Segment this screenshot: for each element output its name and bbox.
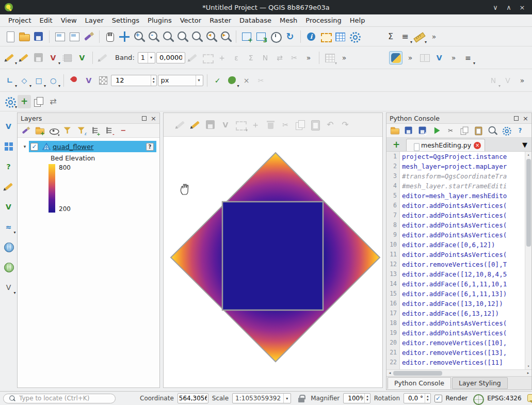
symbol-transparency-icon[interactable] [96,74,110,87]
zoom-in-icon[interactable]: + [132,30,146,43]
maximize-window-button[interactable]: ∧ [502,4,515,11]
code-editor[interactable]: 1project=QgsProject.instance2mesh_layer=… [386,152,531,369]
digitize-circle-icon[interactable]: ○▾ [46,74,60,87]
green-globe-icon[interactable] [2,261,15,274]
redo-icon[interactable]: ↷ [338,118,352,132]
lock-scale-icon[interactable] [295,392,307,404]
menu-project[interactable]: Project [4,15,35,26]
zoom-last-icon[interactable]: ◂ [204,30,218,43]
menu-help[interactable]: Help [346,15,369,26]
zoom-out-icon[interactable]: - [147,30,160,43]
menu-processing[interactable]: Processing [301,15,345,26]
options-icon[interactable] [501,125,511,136]
refresh-map-icon[interactable]: ↻ [283,30,297,43]
temporal-controller-icon[interactable] [269,30,282,43]
mesh-select-icon[interactable] [201,51,214,64]
mesh-split-icon[interactable]: ✂ [287,51,301,64]
coordinate-input[interactable] [178,393,208,403]
layer-checkbox[interactable]: ✓ [30,143,38,151]
current-edits-icon[interactable]: ▾ [3,51,17,64]
menu-vector[interactable]: Vector [176,15,205,26]
rotation-input[interactable] [407,394,425,402]
scroll-right-icon[interactable]: ▸ [525,371,531,375]
toolbar-extension-icon[interactable]: » [427,30,441,43]
float-panel-button[interactable] [514,116,519,121]
remove-layer-icon[interactable]: − [118,125,128,136]
zoom-full-extent-icon[interactable] [161,30,174,43]
add-group-icon[interactable]: + [34,125,45,136]
cut-icon[interactable]: ✂ [445,125,456,136]
label-check-icon[interactable]: ✓ [211,74,224,87]
zoom-to-selection-icon[interactable] [175,30,189,43]
map-canvas[interactable] [164,137,382,387]
find-text-icon[interactable] [487,125,497,136]
mesh-vertex-tool-icon[interactable]: V [219,118,232,132]
annotation-vertex-icon[interactable]: V [82,74,95,87]
collapse-all-icon[interactable]: - [104,125,115,136]
measure-icon[interactable]: ▾ [413,30,426,43]
cad-tools-icon[interactable] [61,51,74,64]
vertex-editor-icon[interactable]: V [432,51,446,64]
statistics-summary-icon[interactable]: Σ [384,30,397,43]
annotation-marker-icon[interactable] [68,74,81,87]
digitize-rectangle-icon[interactable]: □▾ [32,74,45,87]
filter-expression-icon[interactable]: ε [76,125,87,136]
digitize-slope-icon[interactable] [96,51,110,64]
copy-mesh-icon[interactable] [294,118,307,132]
sync-arrows-icon[interactable]: ⇄ [46,95,60,108]
processing-toolbox-icon[interactable] [348,30,361,43]
cut-label-icon[interactable]: ✂ [254,74,268,87]
editor-tab[interactable]: meshEditing.py × [406,139,485,151]
add-feature-icon[interactable]: V [75,51,89,64]
extension-3-icon[interactable]: » [404,51,417,64]
save-script-icon[interactable] [403,125,414,136]
chevron-down-icon[interactable]: ▾ [283,394,288,403]
mesh-digitizing-icon[interactable] [174,118,187,132]
scroll-up-icon[interactable]: ▴ [527,152,529,158]
filter-legend-icon[interactable] [62,125,73,136]
delete-label-icon[interactable]: × [240,74,253,87]
panels-list-icon[interactable]: ≡▾ [398,30,412,43]
messages-icon[interactable] [525,392,532,404]
edit-menu-icon[interactable]: ≡▾ [461,51,475,64]
python-console-icon[interactable] [389,51,402,64]
expander-icon[interactable]: ▾ [21,144,29,149]
help-book-icon[interactable] [418,51,431,64]
pencil-tool-icon[interactable] [2,180,15,193]
close-tab-icon[interactable]: × [474,142,481,149]
vector-extra-icon[interactable]: V▾ [2,281,15,294]
mesh-flip-icon[interactable]: ⇄ [273,51,286,64]
close-panel-button[interactable]: × [523,115,528,122]
spin-down-icon[interactable]: ▾ [427,398,429,402]
manage-themes-icon[interactable]: ▾ [48,125,59,136]
style-manager-icon[interactable] [82,30,95,43]
editor-hscrollbar[interactable]: ◂ ▸ [386,369,531,376]
mesh-digitize-icon[interactable] [186,51,200,64]
layer-item-quad-flower[interactable]: ▾ ✓ quad_flower ? [21,141,159,152]
mesh-sigma-icon[interactable]: Σ [244,51,257,64]
magnifier-spinbox[interactable]: ▴ ▾ [343,393,370,403]
select-features-icon[interactable] [319,30,332,43]
layer-selection-row[interactable]: ✓ quad_flower ? [29,141,156,152]
close-window-button[interactable]: × [515,4,529,11]
rotation-spinbox[interactable]: ▴ ▾ [404,393,431,403]
layer-indicator-badge[interactable]: ? [146,143,154,151]
toggle-editing-icon[interactable] [18,51,31,64]
band-select[interactable]: 1 ▾ [138,52,155,63]
settings-gear-icon[interactable]: ▾ [3,95,17,108]
save-project-icon[interactable] [32,30,45,43]
menu-mesh[interactable]: Mesh [276,15,301,26]
zoom-next-icon[interactable]: ▸ [219,30,232,43]
hook-icon[interactable]: ? [2,160,15,173]
spin-down-icon[interactable]: ▾ [366,398,368,402]
shade-window-button[interactable]: ∨ [489,4,502,11]
scroll-left-icon[interactable]: ◂ [386,371,393,375]
dock-tab-layer-styling[interactable]: Layer Styling [452,377,508,389]
open-project-icon[interactable] [18,30,31,43]
raster-table-icon[interactable]: ▾ [323,51,336,64]
layout-manager-icon[interactable] [68,30,81,43]
menu-database[interactable]: Database [235,15,276,26]
extension-5-icon[interactable]: » [515,74,529,87]
mesh-epsilon-icon[interactable]: ε [230,51,243,64]
group-rings-icon[interactable] [32,95,45,108]
